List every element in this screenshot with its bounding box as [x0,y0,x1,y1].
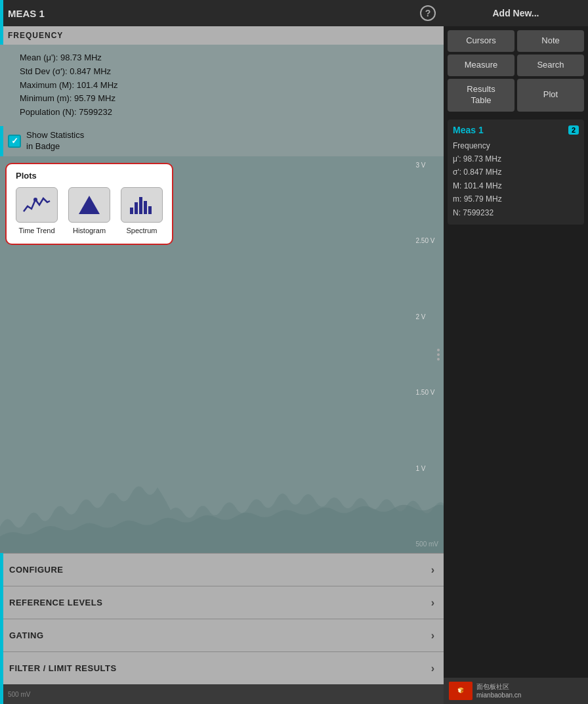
show-stats-row: Show Statisticsin Badge [0,126,444,156]
svg-rect-6 [148,206,152,214]
meas1-min: m: 95.79 MHz [453,192,579,206]
histogram-icon-box[interactable] [68,187,110,223]
meas1-content: Frequency μ': 98.73 MHz σ': 0.847 MHz M:… [453,139,579,219]
frequency-header: FREQUENCY [0,26,444,45]
stat-stddev: Std Dev (σ'): 0.847 MHz [20,65,424,79]
meas1-header: Meas 1 2 [453,125,579,135]
search-button[interactable]: Search [517,55,584,76]
histogram-button[interactable]: Histogram [68,187,110,234]
watermark-left: 500 mV [0,684,444,704]
show-stats-label: Show Statisticsin Badge [26,130,84,152]
right-buttons-grid: Cursors Note Measure Search ResultsTable… [444,26,588,116]
stat-minimum: Minimum (m): 95.79 MHz [20,92,424,106]
main-display: Plots Time Trend [0,156,444,553]
panel-resize-handle[interactable] [434,346,442,363]
time-trend-label: Time Trend [18,227,54,234]
watermark-text: 面包板社区mianbaoban.cn [476,682,521,699]
right-panel: Add New... Cursors Note Measure Search R… [444,0,588,704]
svg-rect-2 [130,208,133,214]
meas1-stddev: σ': 0.847 MHz [453,165,579,179]
meas1-title: Meas 1 [453,125,484,135]
plots-section: Plots Time Trend [5,163,173,245]
svg-rect-5 [144,201,147,214]
stat-population: Population (N): 7599232 [20,106,424,120]
voltage-3v: 3 V [416,162,438,169]
meas1-badge: 2 [568,125,579,135]
accordion-filter-limit[interactable]: FILTER / LIMIT RESULTS › [0,651,444,684]
results-table-button[interactable]: ResultsTable [448,79,514,112]
configure-chevron: › [431,564,434,576]
spectrum-svg [127,193,156,217]
stat-mean: Mean (μ'): 98.73 MHz [20,51,424,65]
svg-text:🍞: 🍞 [457,687,464,693]
left-panel: MEAS 1 ? FREQUENCY Mean (μ'): 98.73 MHz … [0,0,444,704]
meas1-card: Meas 1 2 Frequency μ': 98.73 MHz σ': 0.8… [448,120,584,225]
title-bar: MEAS 1 ? [0,0,444,26]
configure-label: CONFIGURE [9,565,64,575]
note-button[interactable]: Note [517,30,584,52]
accordion-gating[interactable]: GATING › [0,619,444,651]
filter-limit-chevron: › [431,663,434,674]
watermark-logo: 🍞 [449,682,472,700]
svg-rect-4 [139,197,142,214]
svg-marker-1 [79,196,100,214]
help-icon[interactable]: ? [420,5,436,21]
show-stats-checkbox[interactable] [8,135,21,148]
spectrum-icon-box[interactable] [121,187,163,223]
plot-button[interactable]: Plot [517,79,584,112]
time-trend-button[interactable]: Time Trend [16,187,58,234]
plots-buttons: Time Trend Histogram [16,187,163,234]
time-trend-svg [22,193,51,217]
voltage-2-50v: 2.50 V [416,237,438,244]
gating-chevron: › [431,630,434,642]
histogram-svg [75,193,104,217]
reference-levels-label: REFERENCE LEVELS [9,598,102,607]
meas1-max: M: 101.4 MHz [453,179,579,192]
stats-area: Mean (μ'): 98.73 MHz Std Dev (σ'): 0.847… [0,45,444,126]
waveform-display [0,474,444,553]
measure-button[interactable]: Measure [448,55,514,76]
voltage-2v: 2 V [416,313,438,320]
meas1-pop: N: 7599232 [453,206,579,219]
add-new-header: Add New... [444,0,588,26]
filter-limit-label: FILTER / LIMIT RESULTS [9,663,117,673]
cursors-button[interactable]: Cursors [448,30,514,52]
reference-levels-chevron: › [431,597,434,609]
voltage-1v: 1 V [416,465,438,472]
plots-title: Plots [16,171,163,181]
page-title: MEAS 1 [8,8,45,19]
spectrum-label: Spectrum [126,227,157,234]
svg-point-0 [33,198,37,202]
svg-rect-3 [135,202,138,214]
accordion-reference-levels[interactable]: REFERENCE LEVELS › [0,586,444,619]
meas1-mean: μ': 98.73 MHz [453,152,579,165]
gating-label: GATING [9,630,44,640]
spectrum-button[interactable]: Spectrum [121,187,163,234]
voltage-1-50v: 1.50 V [416,389,438,396]
watermark-box: 🍞 面包板社区mianbaoban.cn [444,678,588,704]
accordion-configure[interactable]: CONFIGURE › [0,553,444,586]
histogram-label: Histogram [73,227,106,234]
time-trend-icon-box[interactable] [16,187,58,223]
stat-maximum: Maximum (M): 101.4 MHz [20,79,424,93]
meas1-type: Frequency [453,139,579,152]
